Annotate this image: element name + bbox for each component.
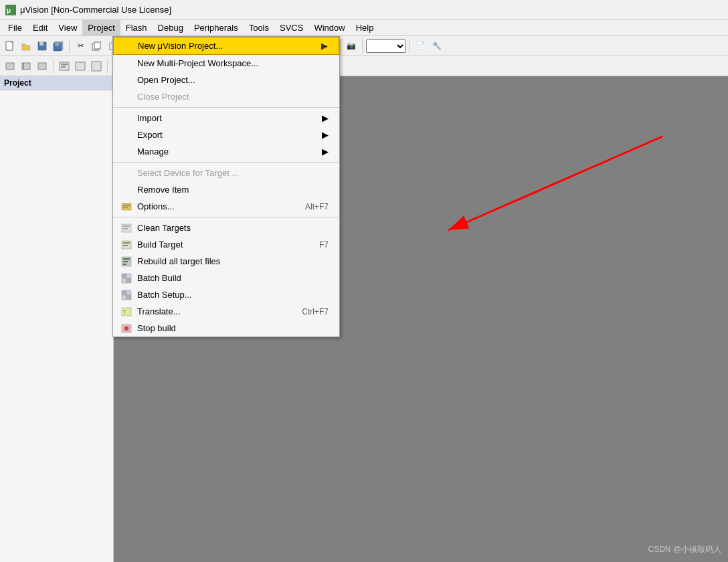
save-btn[interactable] <box>35 39 50 54</box>
rebuild-icon <box>120 255 133 268</box>
svg-rect-7 <box>55 41 63 50</box>
title-text: μVision [Non-Commercial Use License] <box>20 5 171 15</box>
left-panel-header: Project <box>0 76 113 90</box>
debug-stop-btn[interactable] <box>3 59 17 74</box>
translate-shortcut: Ctrl+F7 <box>302 307 329 316</box>
menu-manage[interactable]: Manage ▶ <box>113 143 339 160</box>
menu-clean-targets[interactable]: Clean Targets <box>113 219 339 236</box>
svg-rect-42 <box>123 245 128 246</box>
open-project-label: Open Project... <box>137 75 195 85</box>
svg-rect-38 <box>123 225 130 227</box>
menu-window[interactable]: Window <box>308 20 350 35</box>
screenshot-btn[interactable]: 📷 <box>344 39 359 54</box>
sep-t2-2 <box>107 60 108 73</box>
menu-rebuild-all[interactable]: Rebuild all target files <box>113 253 339 270</box>
watermark: CSDN @小镇敲码人 <box>648 544 721 555</box>
svg-rect-52 <box>126 295 130 299</box>
options-icon <box>120 200 133 213</box>
cut-btn[interactable]: ✂ <box>73 39 88 54</box>
sep-menu-2 <box>113 162 339 163</box>
svg-rect-31 <box>92 62 101 71</box>
menu-file[interactable]: File <box>3 20 27 35</box>
export-label: Export <box>137 130 163 140</box>
svg-rect-9 <box>94 42 100 49</box>
svg-rect-23 <box>6 63 14 70</box>
svg-rect-30 <box>76 62 85 70</box>
menu-options[interactable]: Options... Alt+F7 <box>113 198 339 215</box>
batch-setup-label: Batch Setup... <box>137 290 192 300</box>
clean-icon <box>120 221 133 235</box>
debug-reset-btn[interactable] <box>35 59 50 74</box>
build-target-shortcut: F7 <box>319 240 329 250</box>
menu-new-multi-project[interactable]: New Multi-Project Workspace... <box>113 55 339 72</box>
clean-targets-label: Clean Targets <box>137 223 191 233</box>
toolbar-2: ⚙ ⚙ ⚙ ⚙ ↕ ↓ ↑ → 👁 🧮 <box>0 56 728 76</box>
rebuild-btn[interactable] <box>73 59 88 74</box>
menu-build-target[interactable]: Build Target F7 <box>113 236 339 253</box>
target-select[interactable] <box>366 39 406 53</box>
svg-rect-39 <box>123 228 128 229</box>
debug-start-btn[interactable] <box>19 59 33 74</box>
export-arrow: ▶ <box>322 130 329 140</box>
menu-flash[interactable]: Flash <box>120 20 153 35</box>
open-file-btn[interactable] <box>19 39 33 54</box>
batch-build-icon <box>120 272 133 285</box>
menu-project[interactable]: Project <box>82 20 120 35</box>
extra-btn1[interactable]: 📄 <box>414 39 428 54</box>
batch-setup-icon <box>120 288 133 302</box>
extra-btn2[interactable]: 🔧 <box>430 39 444 54</box>
menu-batch-build[interactable]: Batch Build <box>113 270 339 286</box>
rebuild-all-label: Rebuild all target files <box>137 256 220 266</box>
menu-batch-setup[interactable]: Batch Setup... <box>113 286 339 303</box>
arrow-right-icon: ▶ <box>321 41 328 51</box>
menu-open-project[interactable]: Open Project... <box>113 72 339 88</box>
import-arrow: ▶ <box>322 113 329 123</box>
red-arrow <box>415 130 682 264</box>
copy-btn[interactable] <box>89 39 104 54</box>
menu-import[interactable]: Import ▶ <box>113 110 339 126</box>
save-all-btn[interactable] <box>51 39 66 54</box>
left-panel: Project <box>0 76 114 562</box>
sep-menu-3 <box>113 217 339 217</box>
stop-build-label: Stop build <box>137 323 176 333</box>
menu-edit[interactable]: Edit <box>27 20 53 35</box>
menu-stop-build[interactable]: Stop build <box>113 320 339 337</box>
svg-rect-26 <box>38 63 46 70</box>
stop-build-icon <box>120 322 133 335</box>
menu-select-device: Select Device for Target ... <box>113 165 339 181</box>
sep-1 <box>69 39 70 53</box>
menu-help[interactable]: Help <box>351 20 379 35</box>
new-file-btn[interactable] <box>3 39 17 54</box>
svg-rect-34 <box>122 203 131 210</box>
translate-label: Translate... <box>137 306 181 316</box>
app-icon: μ <box>5 5 16 15</box>
menu-view[interactable]: View <box>53 20 82 35</box>
remove-item-label: Remove Item <box>137 185 189 195</box>
svg-text:T: T <box>123 309 126 315</box>
import-label: Import <box>137 113 162 123</box>
svg-rect-28 <box>61 64 68 65</box>
menu-new-uvision-project[interactable]: New μVision Project... ▶ <box>113 37 339 55</box>
menu-peripherals[interactable]: Peripherals <box>189 20 244 35</box>
menu-debug[interactable]: Debug <box>153 20 189 35</box>
build-target-label: Build Target <box>137 240 183 250</box>
menu-tools[interactable]: Tools <box>244 20 274 35</box>
menu-bar: File Edit View Project Flash Debug Perip… <box>0 20 728 36</box>
svg-rect-56 <box>124 326 128 331</box>
svg-rect-48 <box>122 274 126 278</box>
menu-export[interactable]: Export ▶ <box>113 126 339 143</box>
svg-rect-49 <box>126 278 130 282</box>
batch-build-label: Batch Build <box>137 273 181 283</box>
build-target-btn[interactable] <box>57 59 72 74</box>
menu-close-project: Close Project <box>113 88 339 105</box>
menu-remove-item[interactable]: Remove Item <box>113 181 339 198</box>
batch-build-btn[interactable] <box>89 59 104 74</box>
menu-svcs[interactable]: SVCS <box>274 20 308 35</box>
svg-rect-46 <box>123 264 126 265</box>
sep-6 <box>340 39 341 53</box>
svg-rect-44 <box>123 258 130 260</box>
manage-arrow: ▶ <box>322 147 329 157</box>
project-dropdown-menu: New μVision Project... ▶ New Multi-Proje… <box>112 36 340 337</box>
options-shortcut: Alt+F7 <box>305 202 329 211</box>
menu-translate[interactable]: T Translate... Ctrl+F7 <box>113 303 339 320</box>
